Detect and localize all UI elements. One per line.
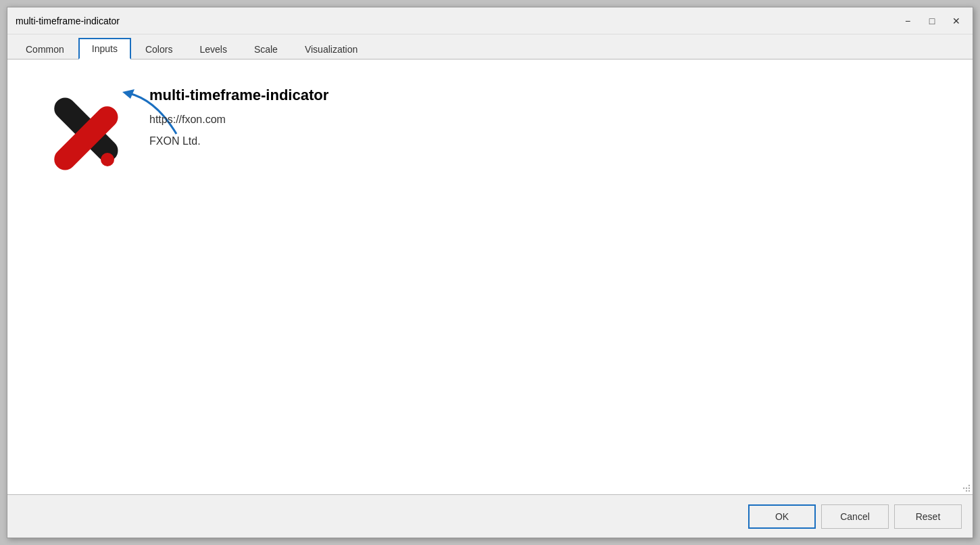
svg-point-4 [963, 488, 964, 489]
content-area: multi-timeframe-indicator https://fxon.c… [7, 60, 973, 494]
svg-point-9 [969, 485, 970, 486]
indicator-name: multi-timeframe-indicator [149, 87, 328, 104]
svg-point-2 [101, 153, 114, 166]
dialog-window: multi-timeframe-indicator − □ ✕ Common I… [7, 7, 973, 538]
svg-point-7 [966, 490, 967, 492]
footer: OK Cancel Reset [7, 494, 973, 538]
tab-bar: Common Inputs Colors Levels Scale Visual… [7, 34, 973, 60]
resize-handle[interactable] [960, 482, 970, 492]
indicator-company: FXON Ltd. [149, 135, 328, 147]
indicator-info: multi-timeframe-indicator https://fxon.c… [28, 80, 952, 188]
svg-point-8 [969, 490, 970, 492]
cancel-button[interactable]: Cancel [821, 504, 889, 529]
tab-visualization[interactable]: Visualization [292, 39, 370, 60]
tab-colors[interactable]: Colors [132, 39, 185, 60]
ok-button[interactable]: OK [748, 504, 816, 529]
window-controls: − □ ✕ [897, 11, 967, 30]
indicator-url: https://fxon.com [149, 114, 328, 126]
tab-common[interactable]: Common [13, 39, 77, 60]
info-text: multi-timeframe-indicator https://fxon.c… [149, 80, 328, 147]
window-title: multi-timeframe-indicator [16, 16, 120, 26]
svg-point-5 [966, 488, 967, 489]
reset-button[interactable]: Reset [894, 504, 962, 529]
tab-levels[interactable]: Levels [187, 39, 239, 60]
svg-point-6 [969, 488, 970, 489]
minimize-button[interactable]: − [897, 11, 918, 30]
close-button[interactable]: ✕ [946, 11, 967, 30]
maximize-button[interactable]: □ [921, 11, 943, 30]
tab-scale[interactable]: Scale [241, 39, 291, 60]
tab-inputs[interactable]: Inputs [78, 38, 131, 60]
title-bar: multi-timeframe-indicator − □ ✕ [7, 7, 973, 34]
